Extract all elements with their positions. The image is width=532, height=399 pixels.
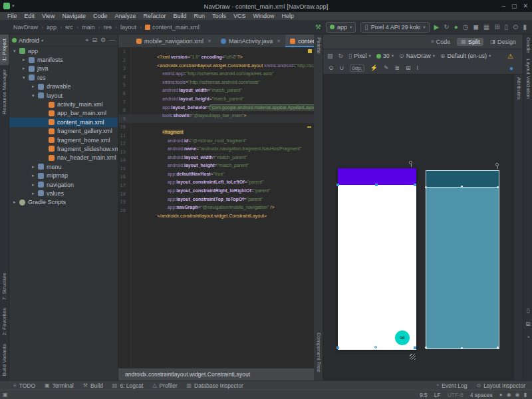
tool-window-button[interactable]: △ Profiler	[152, 382, 177, 389]
toolbar-icon[interactable]: ⊞	[494, 24, 499, 31]
issues-panel-icon[interactable]: ●	[509, 65, 513, 72]
selection-handle[interactable]	[336, 184, 339, 186]
line-separator[interactable]: LF	[434, 392, 441, 398]
appbar-blueprint-view[interactable]	[426, 171, 499, 188]
mode-button[interactable]: ◨ Design	[486, 38, 520, 46]
tree-row[interactable]: ▸ manifests	[9, 55, 118, 64]
expand-arrow-icon[interactable]: ▸	[32, 182, 38, 188]
tool-window-button[interactable]: ⚒ Build	[83, 382, 103, 389]
constraint-tool-icon[interactable]: 0dp,	[350, 65, 364, 72]
warning-indicator-icon[interactable]	[308, 49, 312, 53]
breadcrumb-item[interactable]: layout	[112, 24, 136, 31]
tool-window-tab[interactable]: Build Variants	[0, 340, 9, 380]
tool-strip-icon[interactable]: ◔	[526, 334, 529, 340]
expand-arrow-icon[interactable]: ▸	[13, 200, 19, 205]
constraint-tool-icon[interactable]: ⊞	[406, 65, 411, 72]
selection-handle[interactable]	[414, 346, 416, 349]
mode-button[interactable]: ≡ Code	[427, 38, 454, 46]
run-button[interactable]: ▶	[434, 24, 440, 31]
pin-icon[interactable]	[409, 161, 412, 164]
constraint-tool-icon[interactable]: ⚡	[370, 65, 378, 72]
expand-arrow-icon[interactable]: ▾	[32, 93, 38, 98]
constraint-tool-icon[interactable]: ≣	[395, 65, 400, 72]
blueprint-preview[interactable]	[426, 170, 499, 349]
api-level-menu[interactable]: 30 ▾	[376, 53, 394, 59]
toolwindow-toggle-icon[interactable]: ▣	[3, 392, 8, 398]
menu-item[interactable]: Run	[191, 13, 209, 19]
profiler-button[interactable]: ◷	[463, 24, 469, 31]
expand-arrow-icon[interactable]: ▸	[23, 57, 29, 63]
selection-handle[interactable]	[497, 346, 499, 348]
status-icon[interactable]: ●	[499, 392, 503, 398]
tool-window-tab[interactable]: Layout Validation	[523, 56, 532, 102]
breadcrumb-item[interactable]: app	[38, 24, 57, 31]
panel-header-icon[interactable]: ⚙	[100, 37, 106, 44]
menu-item[interactable]: Refactor	[140, 13, 169, 19]
palette-tab[interactable]: Palette	[314, 35, 324, 57]
debug-button[interactable]: ●	[454, 24, 458, 31]
menu-item[interactable]: File	[4, 13, 21, 19]
status-icon[interactable]: ◉	[515, 392, 520, 398]
file-encoding[interactable]: UTF-8	[448, 392, 464, 398]
tree-row[interactable]: ▾ res	[9, 73, 118, 82]
expand-arrow-icon[interactable]: ▸	[32, 84, 38, 89]
breadcrumb-item[interactable]: res	[95, 24, 112, 31]
expand-arrow-icon[interactable]: ▸	[32, 164, 38, 170]
design-canvas[interactable]: ✉	[323, 74, 513, 380]
toolbar-icon[interactable]: ▯	[505, 24, 509, 31]
tool-window-button[interactable]: ◔ Event Log	[436, 382, 467, 389]
minimize-button[interactable]: –	[502, 3, 505, 9]
menu-item[interactable]: Help	[279, 13, 298, 19]
tool-window-tab[interactable]: 1: Project	[0, 35, 9, 65]
menu-item[interactable]: VCS	[230, 13, 249, 19]
tool-window-button[interactable]: ▣ Terminal	[45, 382, 74, 389]
panel-header-icon[interactable]: ⌖	[85, 37, 88, 44]
expand-arrow-icon[interactable]: ▾	[13, 49, 19, 54]
resize-handle-icon[interactable]	[410, 354, 416, 360]
selection-handle[interactable]	[425, 186, 427, 188]
xml-breadcrumb[interactable]: androidx.constraintlayout.widget.Constra…	[125, 371, 250, 378]
status-icon[interactable]: ▮	[524, 392, 527, 398]
orientation-icon[interactable]: ↻	[338, 53, 344, 59]
tree-row[interactable]: activity_main.xml	[9, 100, 118, 108]
close-icon[interactable]: ✕	[207, 39, 211, 44]
build-hammer-icon[interactable]: ⚒	[315, 24, 321, 31]
tree-row[interactable]: ▸ drawable	[9, 82, 118, 91]
toolbar-icon[interactable]: ⊙	[513, 24, 518, 31]
tree-row[interactable]: fragment_slideshow.xml	[9, 144, 118, 153]
panel-header-icon[interactable]: ⊟	[92, 37, 97, 44]
run-configuration-select[interactable]: app ▾	[326, 22, 356, 33]
toolbar-icon[interactable]: ▮	[523, 24, 527, 31]
constraint-tool-icon[interactable]: I	[417, 65, 419, 72]
tree-row[interactable]: fragment_home.xml	[9, 136, 118, 144]
panel-header-icon[interactable]: —	[109, 37, 115, 44]
menu-item[interactable]: Code	[90, 13, 111, 19]
device-select[interactable]: ▯ Pixel 4 API 29 koki ▾	[360, 22, 429, 33]
tree-row[interactable]: ▸ navigation	[9, 180, 118, 189]
fab-view[interactable]: ✉	[395, 331, 410, 345]
menu-item[interactable]: Edit	[21, 13, 39, 19]
pin-icon[interactable]	[495, 163, 499, 166]
code-line[interactable]: 20 </androidx.constraintlayout.widget.Co…	[118, 206, 314, 215]
tree-row[interactable]: ▸ Gradle Scripts	[9, 198, 118, 207]
selection-handle[interactable]	[461, 186, 463, 188]
tree-row[interactable]: fragment_gallery.xml	[9, 127, 118, 136]
tree-row[interactable]: nav_header_main.xml	[9, 154, 118, 162]
tool-strip-icon[interactable]: ⊞	[525, 321, 531, 327]
constraint-tool-icon[interactable]: ⊙	[329, 65, 334, 72]
mode-button[interactable]: ▦ Split	[457, 38, 483, 46]
apply-changes-button[interactable]: ↻	[444, 24, 449, 31]
menu-item[interactable]: Analyze	[111, 13, 139, 19]
maximize-button[interactable]: ▢	[511, 3, 517, 9]
close-icon[interactable]: ✕	[277, 39, 281, 44]
tool-window-tab[interactable]: Gradle	[523, 35, 532, 56]
selection-handle[interactable]	[461, 347, 463, 349]
selection-handle[interactable]	[497, 186, 499, 188]
stop-button[interactable]: ◼	[473, 24, 478, 31]
tree-row[interactable]: ▸ values	[9, 189, 118, 198]
tool-window-tab[interactable]: Resource Manager	[0, 65, 9, 118]
constraint-tool-icon[interactable]: ✎	[384, 65, 389, 72]
menu-item[interactable]: Window	[250, 13, 278, 19]
tree-row[interactable]: ▸ java	[9, 65, 118, 73]
locale-menu[interactable]: ⊕ Default (en-us) ▾	[440, 53, 491, 59]
